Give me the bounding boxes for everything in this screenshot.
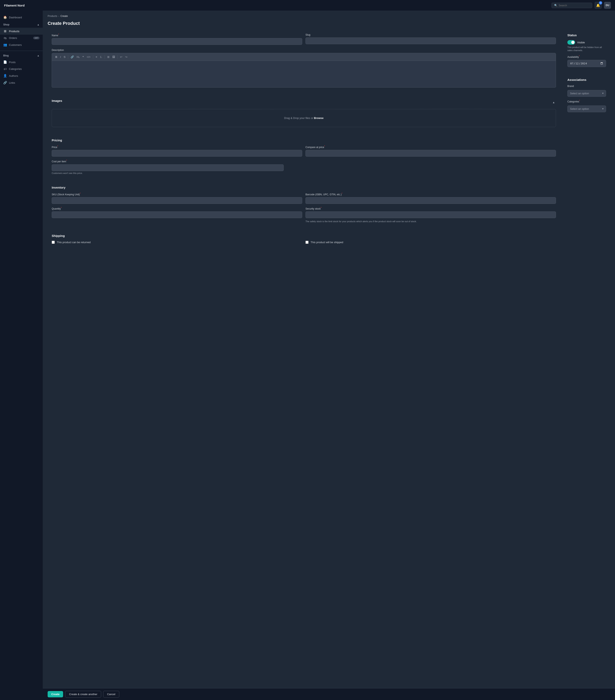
h1-button[interactable]: H₁ [76,55,80,59]
sku-input[interactable] [52,197,302,204]
cost-input[interactable] [52,164,284,171]
can-return-row: This product can be returned [52,241,302,244]
can-return-label: This product can be returned [57,241,91,244]
strike-button[interactable]: S [63,55,66,59]
security-stock-help: The safety stock is the limit stock for … [306,220,556,223]
upload-area[interactable]: Drag & Drop your files or Browse [52,109,556,127]
compare-price-label: Compare at price* [306,145,556,149]
breadcrumb-create: Create [61,15,68,17]
sidebar-item-posts[interactable]: 📄 Posts [0,59,43,65]
sidebar-item-categories[interactable]: 🏷 Categories [0,65,43,72]
barcode-input[interactable] [306,197,556,204]
pricing-title: Pricing [52,138,556,142]
table-button[interactable]: ⊞ [106,55,111,59]
quantity-input[interactable] [52,211,302,218]
barcode-group: Barcode (ISBN, UPC, GTIN, etc.)* [306,192,556,204]
can-return-checkbox[interactable] [52,241,55,244]
security-stock-group: Security stock* The safety stock is the … [306,207,556,223]
visible-toggle-row: Visible [567,40,606,45]
price-input[interactable] [52,150,302,157]
link-button[interactable]: 🔗 [69,55,75,59]
status-card: Status Visible This product will be hidd… [563,29,610,71]
images-collapse-button[interactable]: ▲ [551,100,556,104]
content-row: Name* Slug Description [48,29,610,248]
name-input[interactable] [52,38,302,45]
brand-select-wrapper: Select an option ▼ [567,90,606,97]
sidebar-section-blog-header[interactable]: Blog ▲ [0,53,43,59]
search-input[interactable] [559,4,590,7]
doc-icon: 📄 [3,60,7,64]
sidebar-item-links[interactable]: 🔗 Links [0,79,43,86]
italic-button[interactable]: I [59,55,62,59]
availability-date-input[interactable] [567,60,606,67]
toolbar-sep-4 [117,55,118,59]
home-icon: 🏠 [3,15,7,19]
sidebar-item-products[interactable]: ⊞ Products [0,28,43,35]
name-group: Name* [52,34,302,45]
categories-label: Categories* [567,100,606,103]
availability-group: Availability* [567,55,606,67]
qty-security-row: Quantity* Security stock* The safety sto… [52,207,556,223]
action-bar: Create Create & create another Cancel [43,688,615,700]
price-compare-row: Price* Compare at price* [52,145,556,157]
quantity-group: Quantity* [52,207,302,223]
brand-select[interactable]: Select an option [567,90,606,97]
code-button[interactable]: </> [86,55,92,59]
cost-label: Cost per item* [52,160,67,163]
slug-group: Slug [306,34,556,45]
right-sidebar: Status Visible This product will be hidd… [563,29,610,116]
undo-button[interactable]: ↩ [119,55,123,59]
create-another-button[interactable]: Create & create another [65,691,101,698]
name-slug-row: Name* Slug [52,34,556,45]
inventory-title: Inventory [52,186,556,189]
sku-barcode-row: SKU (Stock Keeping Unit)* Barcode (ISBN,… [52,192,556,204]
bullet-list-button[interactable]: ≡ [95,55,98,59]
blog-section-label: Blog [3,54,9,57]
redo-button[interactable]: ↪ [124,55,128,59]
compare-price-group: Compare at price* [306,145,556,157]
link-icon: 🔗 [3,81,7,85]
cancel-button[interactable]: Cancel [103,691,119,698]
main-content: Products › Create Create Product Name* [43,11,615,688]
sidebar: 🏠 Dashboard Shop ▲ ⊞ Products 🛍 Orders 1… [0,11,43,700]
categories-select[interactable]: Select an option [567,105,606,112]
will-ship-checkbox[interactable] [306,241,308,244]
upload-browse[interactable]: Browse [314,116,323,120]
security-stock-input[interactable] [306,211,556,218]
sidebar-section-shop-header[interactable]: Shop ▲ [0,22,43,28]
will-ship-row: This product will be shipped [306,241,556,244]
cost-group: Cost per item* Customers won't see this … [52,160,556,174]
create-button[interactable]: Create [48,691,63,697]
slug-input[interactable] [306,37,556,44]
editor-body[interactable] [52,61,556,87]
description-label: Description [52,49,64,51]
topbar-right: 🔍 🔔 0 DU [551,2,611,9]
chevron-up-icon: ▲ [37,23,39,26]
availability-label: Availability* [567,55,580,59]
description-group: Description B I S 🔗 H₁ ❝ [52,48,556,88]
sidebar-section-blog: Blog ▲ 📄 Posts 🏷 Categories 👤 Authors 🔗 … [0,52,43,88]
sidebar-item-dashboard[interactable]: 🏠 Dashboard [0,14,43,21]
associations-title: Associations [567,78,606,82]
sidebar-item-customers[interactable]: 👥 Customers [0,41,43,48]
notifications-button[interactable]: 🔔 0 [595,2,602,9]
sidebar-item-label: Products [9,30,19,33]
status-title: Status [567,34,606,37]
ordered-list-button[interactable]: 1. [99,55,103,59]
visible-toggle[interactable] [567,40,575,45]
sidebar-item-authors[interactable]: 👤 Authors [0,72,43,79]
inventory-card: Inventory SKU (Stock Keeping Unit)* Ba [48,182,560,227]
search-box[interactable]: 🔍 [551,3,592,8]
pricing-card: Pricing Price* Compare at price* [48,135,560,178]
categories-group: Categories* Select an option ▼ [567,100,606,112]
compare-price-input[interactable] [306,150,556,157]
image-insert-button[interactable]: 🖼 [111,55,116,59]
sidebar-item-orders[interactable]: 🛍 Orders 197 [0,35,43,41]
description-editor: B I S 🔗 H₁ ❝ </> ≡ [52,53,556,88]
breadcrumb-products[interactable]: Products [48,15,57,17]
visible-label: Visible [577,41,585,44]
avatar-button[interactable]: DU [604,2,611,9]
sidebar-section-shop: Shop ▲ ⊞ Products 🛍 Orders 197 👥 Custome… [0,21,43,50]
bold-button[interactable]: B [54,55,58,59]
blockquote-button[interactable]: ❝ [81,55,85,59]
